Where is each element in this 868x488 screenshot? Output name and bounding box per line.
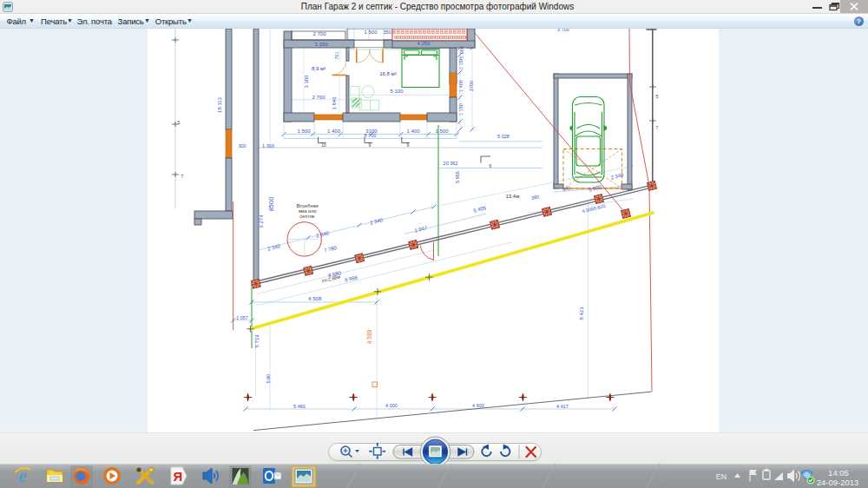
svg-text:5 000: 5 000: [589, 184, 603, 193]
svg-text:2 700: 2 700: [312, 95, 326, 100]
svg-text:4 250: 4 250: [417, 41, 431, 46]
svg-text:1 057: 1 057: [236, 315, 248, 320]
svg-text:5: 5: [178, 120, 181, 125]
svg-text:3 700: 3 700: [557, 29, 569, 32]
svg-text:5: 5: [656, 94, 659, 99]
svg-text:9: 9: [407, 142, 410, 148]
svg-text:1 500: 1 500: [435, 129, 449, 134]
svg-text:4 600: 4 600: [472, 403, 484, 408]
svg-text:7: 7: [181, 174, 184, 179]
svg-text:4 417: 4 417: [556, 404, 569, 409]
svg-text:10: 10: [321, 142, 326, 148]
svg-text:18 113: 18 113: [217, 96, 222, 113]
svg-text:8 700: 8 700: [365, 133, 377, 138]
svg-text:Н=2,66м: Н=2,66м: [321, 274, 341, 283]
svg-text:4 599: 4 599: [366, 329, 372, 344]
svg-text:2 340: 2 340: [370, 217, 385, 226]
svg-text:5 100: 5 100: [390, 89, 404, 94]
svg-text:EN: EN: [716, 472, 727, 481]
svg-text:5 719: 5 719: [254, 334, 260, 348]
svg-text:1 047: 1 047: [414, 225, 429, 234]
svg-text:2 340: 2 340: [610, 172, 625, 181]
svg-text:1 400: 1 400: [406, 129, 420, 134]
svg-text:1 400: 1 400: [458, 80, 464, 92]
svg-text:350: 350: [383, 30, 391, 35]
svg-text:8500: 8500: [267, 197, 275, 212]
svg-text:5 955: 5 955: [455, 171, 460, 183]
svg-text:300: 300: [238, 143, 246, 148]
svg-text:6: 6: [490, 163, 492, 168]
svg-text:2 340: 2 340: [267, 243, 282, 252]
svg-text:3700: 3700: [469, 81, 474, 91]
svg-text:3 150: 3 150: [314, 42, 328, 47]
svg-text:1 846: 1 846: [332, 96, 337, 110]
svg-text:2 700: 2 700: [312, 31, 326, 36]
svg-text:16,8 м²: 16,8 м²: [379, 71, 396, 76]
svg-text:5 460: 5 460: [293, 404, 306, 409]
svg-text:4 0065 820: 4 0065 820: [582, 203, 606, 214]
svg-text:4 000: 4 000: [385, 403, 398, 408]
svg-text:1 500: 1 500: [297, 129, 311, 134]
svg-text:6 274: 6 274: [259, 214, 264, 228]
svg-text:6 508: 6 508: [308, 296, 322, 301]
svg-text:7: 7: [656, 125, 659, 130]
svg-text:8,9 м²: 8,9 м²: [312, 66, 326, 71]
svg-text:7 780: 7 780: [324, 245, 339, 254]
svg-text:Я: Я: [174, 469, 183, 484]
svg-text:1 400: 1 400: [327, 129, 341, 134]
svg-text:5 028: 5 028: [497, 134, 510, 139]
svg-text:1 150: 1 150: [458, 57, 464, 69]
svg-text:септик: септик: [300, 214, 315, 219]
svg-text:380: 380: [530, 194, 539, 201]
svg-text:5.60: 5.60: [266, 374, 271, 384]
svg-text:1 150: 1 150: [458, 103, 464, 115]
svg-text:14:05: 14:05: [828, 468, 849, 478]
svg-text:2 340: 2 340: [316, 230, 331, 239]
svg-text:701: 701: [334, 51, 339, 59]
svg-text:1 393: 1 393: [262, 143, 274, 148]
svg-text:13,4м: 13,4м: [505, 194, 519, 199]
svg-text:8 423: 8 423: [579, 307, 584, 320]
svg-text:24-09-2013: 24-09-2013: [817, 478, 859, 487]
svg-text:20 362: 20 362: [444, 161, 458, 166]
svg-text:3 300: 3 300: [304, 75, 309, 89]
svg-text:9: 9: [369, 142, 372, 148]
svg-text:1 500: 1 500: [364, 30, 378, 35]
svg-text:1 000: 1 000: [459, 46, 464, 58]
svg-text:5 405: 5 405: [473, 205, 488, 214]
